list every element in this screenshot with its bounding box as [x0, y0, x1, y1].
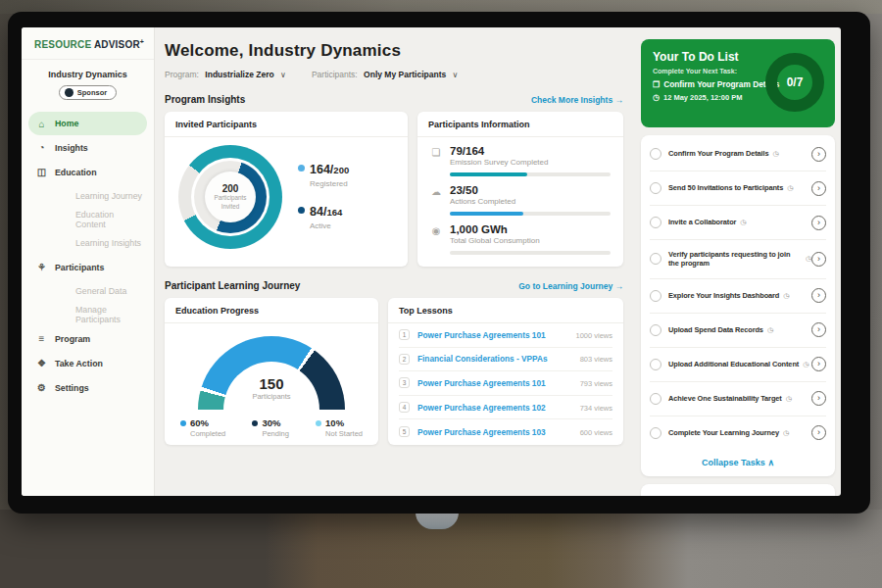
clock-icon: ◷ — [783, 292, 789, 300]
app-logo: RESOURCE ADVISOR+ — [22, 27, 154, 60]
task-row[interactable]: Complete Your Learning Journey ◷ › — [650, 416, 826, 450]
lesson-rank: 4 — [399, 402, 410, 413]
education-icon: ◫ — [35, 167, 48, 177]
task-open-button[interactable]: › — [811, 147, 826, 162]
todo-list-card: Confirm Your Program Details ◷ › Send 50… — [641, 135, 835, 476]
sidebar-item-label: Learning Journey — [75, 191, 142, 201]
lesson-link[interactable]: Power Purchase Agreements 101 — [417, 378, 580, 388]
invited-donut-chart: 200 Participants Invited — [178, 145, 282, 249]
sidebar-item[interactable]: ◫ Education — [22, 160, 154, 184]
go-to-learning-journey-link[interactable]: Go to Learning Journey → — [518, 281, 623, 291]
sidebar-item[interactable]: General Data — [22, 279, 154, 303]
clock-icon: ◷ — [740, 219, 746, 226]
lesson-link[interactable]: Power Purchase Agreements 103 — [417, 427, 580, 437]
program-filter-label: Program: — [165, 70, 199, 79]
sidebar-item[interactable]: Manage Participants — [22, 303, 154, 326]
lesson-row: 3 Power Purchase Agreements 101 793 view… — [399, 371, 612, 396]
progress-bar — [450, 172, 611, 176]
sidebar-item-label: Insights — [55, 143, 88, 153]
task-row[interactable]: Verify participants requesting to join t… — [650, 240, 826, 279]
chevron-down-icon: ∨ — [280, 71, 286, 79]
recent-news-card: Recent News — [641, 484, 835, 496]
sidebar-item[interactable]: ⌂ Home — [28, 112, 147, 135]
lesson-link[interactable]: Power Purchase Agreements 101 — [417, 330, 575, 340]
recent-news-title: Recent News — [653, 493, 823, 496]
task-row[interactable]: Invite a Collaborator ◷ › — [650, 206, 826, 240]
sidebar-item[interactable]: ⚙ Settings — [22, 375, 154, 400]
program-filter[interactable]: Program: Industrialize Zero ∨ — [165, 70, 286, 79]
sidebar-item[interactable]: ⚘ Participants — [22, 255, 154, 279]
sidebar-item-label: Take Action — [55, 359, 103, 368]
donut-legend: 164/200 Registered 84/164 — [298, 151, 349, 244]
task-row[interactable]: Upload Spend Data Records ◷ › — [650, 314, 826, 348]
card-title: Invited Participants — [165, 112, 408, 137]
legend-dot — [180, 420, 186, 426]
task-row[interactable]: Send 50 Invitations to Participants ◷ › — [650, 172, 826, 206]
sidebar-item[interactable]: ≡ Program — [22, 326, 154, 351]
sidebar-item-label: Education — [55, 168, 97, 177]
gauge-center-value: 150 — [259, 375, 283, 392]
task-open-button[interactable]: › — [811, 391, 826, 406]
task-checkbox[interactable] — [650, 359, 662, 370]
due-date: 12 May 2025, 12:00 PM — [663, 93, 742, 102]
clipboard-icon: ❐ — [653, 80, 660, 89]
collapse-tasks-link[interactable]: Collapse Tasks ∧ — [650, 450, 826, 472]
check-more-insights-link[interactable]: Check More Insights → — [531, 95, 623, 105]
task-open-button[interactable]: › — [811, 288, 826, 303]
clock-icon: ◷ — [786, 395, 792, 403]
participants-filter[interactable]: Participants: Only My Participants ∨ — [312, 70, 458, 79]
lesson-rank: 1 — [399, 329, 410, 340]
task-checkbox[interactable] — [650, 182, 662, 194]
legend-dot — [316, 420, 321, 426]
task-open-button[interactable]: › — [811, 216, 826, 230]
task-open-button[interactable]: › — [811, 181, 826, 196]
lesson-link[interactable]: Financial Considerations - VPPAs — [417, 354, 580, 364]
sponsor-badge-label: Sponsor — [77, 88, 107, 97]
task-open-button[interactable]: › — [811, 425, 826, 440]
legend-item: 30% Pending — [252, 417, 289, 438]
todo-progress-value: 0/7 — [787, 75, 804, 89]
task-checkbox[interactable] — [650, 217, 662, 228]
task-open-button[interactable]: › — [811, 322, 826, 337]
sidebar-item[interactable]: ❖ Take Action — [22, 351, 154, 375]
task-checkbox[interactable] — [650, 427, 662, 439]
sidebar-item[interactable]: Learning Journey — [22, 184, 154, 208]
sidebar-item-label: Manage Participants — [75, 305, 146, 324]
card-title: Participants Information — [417, 112, 623, 137]
task-open-button[interactable]: › — [811, 357, 826, 371]
todo-progress-ring: 0/7 — [765, 53, 824, 112]
sidebar-item-label: Home — [55, 119, 78, 128]
clock-icon: ◷ — [787, 184, 793, 192]
lesson-row: 1 Power Purchase Agreements 101 1000 vie… — [399, 323, 612, 348]
clock-icon: ◷ — [783, 429, 789, 437]
clock-icon: ◷ — [767, 326, 773, 334]
arrow-right-icon: → — [615, 281, 624, 291]
task-open-button[interactable]: › — [811, 252, 826, 267]
survey-icon: ❏ — [430, 147, 442, 176]
card-title: Education Progress — [165, 298, 378, 323]
task-checkbox[interactable] — [650, 324, 662, 336]
legend-item: 164/200 Registered — [298, 160, 349, 188]
task-row[interactable]: Achieve One Sustainability Target ◷ › — [650, 382, 826, 416]
clock-icon: ◷ — [653, 93, 660, 102]
sidebar-item[interactable]: ◔ Insights — [22, 135, 154, 160]
task-checkbox[interactable] — [650, 148, 662, 160]
sidebar-item-label: Education Content — [75, 210, 146, 229]
task-checkbox[interactable] — [650, 290, 662, 302]
task-checkbox[interactable] — [650, 393, 662, 405]
task-row[interactable]: Confirm Your Program Details ◷ › — [650, 137, 826, 172]
lesson-link[interactable]: Power Purchase Agreements 102 — [417, 403, 580, 413]
task-checkbox[interactable] — [650, 253, 662, 265]
info-row: ◉ 1,000 GWh Total Global Consumption — [417, 216, 623, 255]
sidebar-item[interactable]: Learning Insights — [22, 231, 154, 255]
legend-dot — [298, 165, 305, 172]
sidebar-item[interactable]: Education Content — [22, 208, 154, 231]
clock-icon: ◷ — [772, 150, 778, 158]
lesson-rank: 2 — [399, 354, 410, 365]
task-row[interactable]: Upload Additional Educational Content ◷ … — [650, 348, 826, 382]
actions-icon: ☁ — [430, 186, 442, 216]
task-row[interactable]: Explore Your Insights Dashboard ◷ › — [650, 279, 826, 314]
sponsor-badge[interactable]: Sponsor — [59, 85, 117, 100]
next-task-label: Confirm Your Program Details — [663, 79, 779, 89]
lesson-row: 5 Power Purchase Agreements 103 600 view… — [399, 419, 612, 444]
